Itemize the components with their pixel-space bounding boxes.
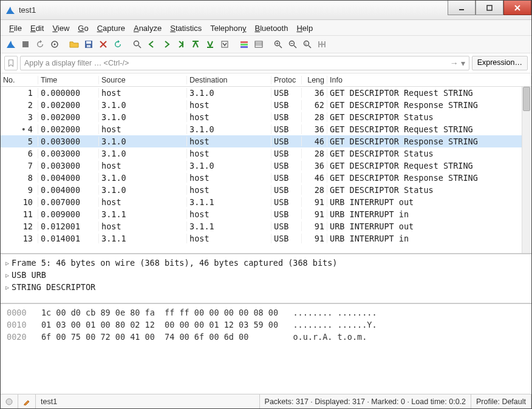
main-toolbar: 1 [1, 36, 531, 53]
svg-rect-9 [87, 45, 90, 47]
capture-options-button[interactable] [48, 38, 61, 51]
packet-list-scrollbar[interactable] [522, 87, 531, 253]
packet-row[interactable]: 110.0090003.1.1hostUSB91URB_INTERRUPT in [1, 208, 531, 220]
menu-edit[interactable]: Edit [27, 22, 47, 34]
expand-icon: ▷ [5, 284, 9, 291]
svg-rect-17 [222, 41, 228, 47]
zoom-in-button[interactable] [271, 38, 285, 51]
col-header-no[interactable]: No. [1, 76, 38, 84]
packet-row[interactable]: 50.0030003.1.0hostUSB46GET DESCRIPTOR Re… [1, 135, 531, 147]
go-back-button[interactable] [145, 38, 159, 51]
col-header-info[interactable]: Info [327, 76, 531, 84]
status-profile[interactable]: Profile: Default [471, 394, 531, 408]
packet-list-scroll-thumb[interactable] [523, 87, 530, 111]
svg-text:1: 1 [305, 42, 307, 46]
auto-scroll-button[interactable] [218, 38, 231, 51]
status-edit-icon[interactable] [18, 394, 36, 408]
col-header-source[interactable]: Source [99, 76, 187, 84]
col-header-protocol[interactable]: Protoc [271, 76, 302, 84]
packet-row[interactable]: 90.0040003.1.0hostUSB28GET DESCRIPTOR St… [1, 184, 531, 196]
menu-help[interactable]: Help [293, 22, 316, 34]
start-capture-button[interactable] [4, 38, 18, 51]
menu-file[interactable]: File [5, 22, 26, 34]
svg-line-13 [138, 46, 141, 48]
go-forward-button[interactable] [160, 38, 173, 51]
details-row-urb[interactable]: ▷USB URB [5, 269, 527, 281]
details-row-frame[interactable]: ▷Frame 5: 46 bytes on wire (368 bits), 4… [5, 257, 527, 269]
zoom-out-button[interactable] [286, 38, 299, 51]
status-packet-stats: Packets: 317 · Displayed: 317 · Marked: … [260, 394, 471, 408]
packet-row[interactable]: •40.002000host3.1.0USB36GET DESCRIPTOR R… [1, 123, 531, 135]
app-window: test1 File Edit View Go Capture Analyze … [0, 0, 532, 409]
menu-analyze[interactable]: Analyze [130, 22, 165, 34]
menu-capture[interactable]: Capture [94, 22, 129, 34]
go-last-button[interactable] [203, 38, 217, 51]
svg-rect-20 [240, 46, 248, 48]
filter-expression-button[interactable]: Expression… [472, 56, 528, 70]
svg-line-29 [294, 46, 296, 48]
svg-rect-18 [240, 41, 248, 43]
menu-go[interactable]: Go [74, 22, 92, 34]
svg-point-6 [54, 44, 56, 46]
app-icon [5, 5, 15, 15]
svg-rect-1 [487, 5, 492, 10]
resize-all-button[interactable] [315, 38, 329, 51]
packet-row[interactable]: 30.0020003.1.0hostUSB28GET DESCRIPTOR St… [1, 111, 531, 123]
resize-columns-button[interactable] [252, 38, 265, 51]
svg-rect-21 [255, 41, 262, 47]
packet-row[interactable]: 60.0030003.1.0hostUSB28GET DESCRIPTOR St… [1, 147, 531, 160]
status-file: test1 [36, 394, 260, 408]
details-row-string[interactable]: ▷STRING DESCRIPTOR [5, 281, 527, 293]
zoom-reset-button[interactable]: 1 [301, 38, 314, 51]
packet-bytes-pane[interactable]: 0000 1c 00 d0 cb 89 0e 80 fa ff ff 00 00… [1, 304, 531, 394]
packet-row[interactable]: 10.000000host3.1.0USB36GET DESCRIPTOR Re… [1, 87, 531, 99]
packet-list-pane: No. Time Source Destination Protoc Leng … [1, 73, 531, 254]
packet-row[interactable]: 100.007000host3.1.1USB91URB_INTERRUPT ou… [1, 196, 531, 208]
maximize-button[interactable] [476, 1, 503, 15]
restart-capture-button[interactable] [33, 38, 47, 51]
svg-line-25 [279, 46, 282, 48]
find-packet-button[interactable] [131, 38, 144, 51]
packet-row[interactable]: 130.0140013.1.1hostUSB91URB_INTERRUPT in [1, 232, 531, 245]
stop-capture-button[interactable] [19, 38, 32, 51]
filter-placeholder: Apply a display filter … <Ctrl-/> [24, 59, 129, 67]
svg-point-12 [134, 41, 139, 46]
menu-telephony[interactable]: Telephony [206, 22, 250, 34]
expand-icon: ▷ [5, 272, 9, 279]
save-file-button[interactable] [82, 38, 95, 51]
svg-point-37 [6, 399, 12, 405]
menu-view[interactable]: View [49, 22, 73, 34]
close-button[interactable] [503, 1, 531, 15]
reload-button[interactable] [111, 38, 124, 51]
col-header-destination[interactable]: Destination [187, 76, 271, 84]
packet-row[interactable]: 120.012001host3.1.1USB91URB_INTERRUPT ou… [1, 220, 531, 232]
packet-list-header: No. Time Source Destination Protoc Leng … [1, 73, 531, 87]
packet-list-body: 10.000000host3.1.0USB36GET DESCRIPTOR Re… [1, 87, 531, 245]
filter-bookmark-button[interactable] [4, 56, 18, 70]
titlebar: test1 [1, 1, 531, 20]
packet-details-pane: ▷Frame 5: 46 bytes on wire (368 bits), 4… [1, 254, 531, 304]
svg-rect-19 [240, 44, 248, 46]
statusbar: test1 Packets: 317 · Displayed: 317 · Ma… [1, 394, 531, 408]
close-file-button[interactable] [97, 38, 110, 51]
status-expert-icon[interactable] [1, 394, 18, 408]
col-header-length[interactable]: Leng [302, 76, 327, 84]
packet-row[interactable]: 20.0020003.1.0hostUSB62GET DESCRIPTOR Re… [1, 99, 531, 111]
col-header-time[interactable]: Time [38, 76, 99, 84]
svg-rect-4 [22, 41, 29, 47]
minimize-button[interactable] [448, 1, 476, 15]
expand-icon: ▷ [5, 260, 9, 266]
menubar: File Edit View Go Capture Analyze Statis… [1, 20, 531, 36]
go-first-button[interactable] [189, 38, 202, 51]
display-filter-input[interactable]: Apply a display filter … <Ctrl-/> → ▾ [20, 56, 469, 70]
go-to-packet-button[interactable] [174, 38, 188, 51]
packet-row[interactable]: 80.0040003.1.0hostUSB46GET DESCRIPTOR Re… [1, 172, 531, 184]
window-title: test1 [19, 5, 36, 15]
open-file-button[interactable] [67, 38, 81, 51]
svg-rect-8 [86, 41, 91, 44]
filter-apply-icon[interactable]: → ▾ [450, 58, 465, 68]
colorize-button[interactable] [237, 38, 251, 51]
menu-bluetooth[interactable]: Bluetooth [251, 22, 292, 34]
menu-statistics[interactable]: Statistics [166, 22, 205, 34]
packet-row[interactable]: 70.003000host3.1.0USB36GET DESCRIPTOR Re… [1, 160, 531, 172]
